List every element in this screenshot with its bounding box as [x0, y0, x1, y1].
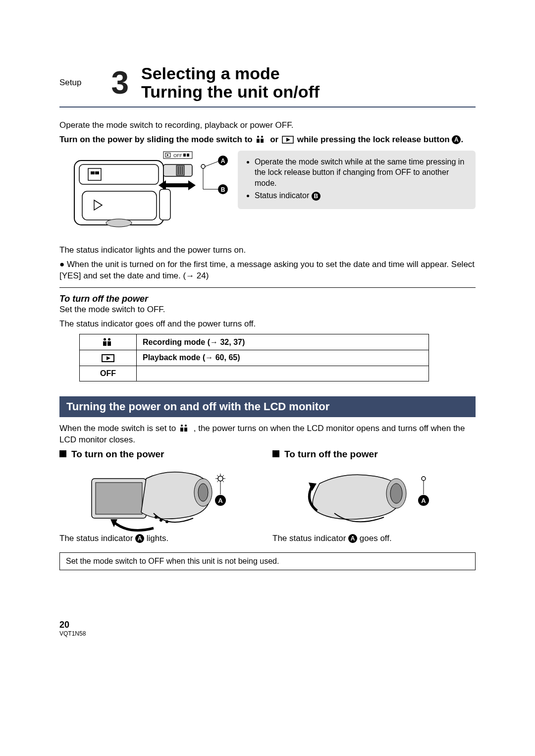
sub-heading: To turn on the power [59, 449, 263, 460]
svg-point-3 [261, 136, 263, 138]
record-icon-cell [80, 334, 137, 350]
svg-point-43 [181, 425, 183, 427]
intro-text: Operate the mode switch to recording, pl… [59, 120, 476, 131]
illustration-caption: The status indicator A goes off. [272, 533, 476, 544]
svg-text:OFF: OFF [173, 153, 182, 158]
svg-point-37 [104, 338, 106, 341]
svg-rect-42 [184, 428, 187, 432]
page-number: 20 [59, 620, 476, 630]
text-fragment: When the mode switch is set to [59, 424, 178, 433]
camera-closed-illustration: A [272, 464, 476, 533]
info-bullet: Operate the mode switch while at the sam… [255, 157, 468, 189]
page-footer: 20 VQT1N58 [59, 620, 476, 637]
svg-point-27 [201, 164, 205, 168]
svg-rect-10 [183, 154, 186, 157]
svg-rect-16 [95, 171, 99, 174]
svg-rect-0 [257, 139, 260, 143]
svg-marker-40 [107, 356, 110, 360]
two-column-layout: To turn on the power [59, 449, 476, 547]
record-icon [179, 425, 190, 432]
camera-open-illustration: A [59, 464, 263, 533]
text-fragment: When the unit is turned on for the first… [59, 260, 475, 280]
section-heading: Turning the power on and off with the LC… [59, 396, 476, 417]
svg-point-49 [155, 516, 158, 519]
info-box: Operate the mode switch while at the sam… [238, 151, 476, 209]
svg-point-25 [106, 219, 132, 227]
svg-rect-46 [96, 483, 142, 514]
page-header: Setup 3 Selecting a mode Turning the uni… [59, 64, 476, 108]
svg-line-28 [205, 162, 218, 166]
svg-marker-5 [286, 138, 290, 142]
svg-rect-41 [180, 428, 183, 432]
section-label: Setup [59, 78, 81, 88]
table-row: OFF [80, 366, 429, 381]
mode-description: Playback mode (→ 60, 65) [137, 350, 429, 366]
text-fragment: The status indicator [272, 534, 348, 543]
svg-point-53 [218, 476, 223, 481]
svg-point-48 [198, 484, 208, 501]
text-fragment: while pressing the lock release button [297, 135, 452, 144]
svg-text:A: A [218, 497, 223, 504]
svg-rect-1 [261, 139, 264, 143]
step-number: 3 [111, 67, 129, 99]
svg-line-60 [217, 481, 218, 482]
record-icon [256, 136, 267, 144]
text-fragment: lights. [147, 534, 168, 543]
title-line-1: Selecting a mode [141, 64, 320, 83]
svg-text:A: A [221, 158, 225, 164]
record-icon [102, 338, 114, 347]
divider [59, 287, 476, 288]
play-icon [101, 354, 115, 363]
svg-rect-23 [82, 191, 157, 220]
label-b-icon: B [312, 192, 321, 201]
diagram-row: OFF [59, 151, 476, 235]
table-row: Playback mode (→ 60, 65) [80, 350, 429, 366]
turn-off-heading: To turn off the power [59, 294, 476, 304]
svg-rect-36 [107, 341, 111, 346]
svg-point-68 [422, 477, 426, 481]
text-fragment: Turn on the power by sliding the mode sw… [59, 135, 255, 144]
column-left: To turn on the power [59, 449, 263, 547]
info-box-container: Operate the mode switch while at the sam… [238, 151, 476, 209]
svg-rect-26 [160, 189, 170, 220]
play-icon-cell [80, 350, 137, 366]
mode-description: Recording mode (→ 32, 37) [137, 334, 429, 350]
sub-heading: To turn off the power [272, 449, 476, 460]
mode-table: Recording mode (→ 32, 37) Playback mode … [79, 334, 429, 381]
page-title: Selecting a mode Turning the unit on/off [141, 64, 320, 102]
label-a-icon: A [348, 534, 357, 543]
svg-point-44 [185, 425, 187, 427]
mode-description [137, 366, 429, 381]
text-fragment: . [461, 135, 463, 144]
power-on-instruction: Turn on the power by sliding the mode sw… [59, 134, 476, 146]
illustration-caption: The status indicator A lights. [59, 533, 263, 544]
status-text: The status indicator lights and the powe… [59, 245, 476, 256]
text-fragment: Status indicator [255, 191, 312, 200]
play-icon [282, 136, 294, 144]
svg-text:B: B [221, 186, 225, 193]
table-row: Recording mode (→ 32, 37) [80, 334, 429, 350]
text-fragment: goes off. [360, 534, 392, 543]
svg-line-59 [222, 481, 224, 482]
info-bullet: Status indicator B [255, 190, 468, 201]
svg-rect-15 [91, 171, 95, 174]
text-fragment: or [270, 135, 281, 144]
svg-point-66 [390, 484, 402, 503]
svg-point-51 [165, 520, 168, 523]
svg-rect-35 [103, 341, 107, 346]
lcd-text: When the mode switch is set to , the pow… [59, 423, 476, 446]
status-text: ● When the unit is turned on for the fir… [59, 259, 476, 282]
off-label-cell: OFF [80, 366, 137, 381]
svg-line-58 [217, 475, 218, 477]
svg-rect-11 [187, 154, 189, 157]
svg-marker-22 [159, 180, 196, 190]
svg-line-61 [222, 475, 224, 477]
manual-page: Setup 3 Selecting a mode Turning the uni… [0, 0, 535, 667]
title-line-2: Turning the unit on/off [141, 83, 320, 101]
svg-text:A: A [421, 497, 426, 504]
text-fragment: The status indicator [59, 534, 135, 543]
turn-off-line: Set the mode switch to OFF. [59, 304, 476, 316]
note-box: Set the mode switch to OFF when this uni… [59, 552, 476, 570]
camera-diagram: OFF [59, 151, 228, 235]
document-code: VQT1N58 [59, 630, 476, 637]
